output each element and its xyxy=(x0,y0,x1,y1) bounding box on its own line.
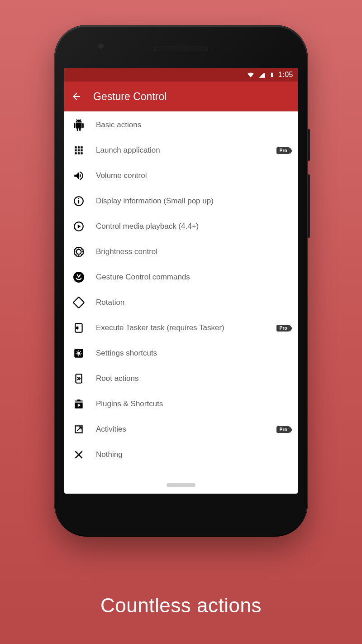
back-button[interactable] xyxy=(71,91,82,102)
action-label: Settings shortcuts xyxy=(96,348,290,358)
close-icon xyxy=(72,448,85,461)
action-label: Activities xyxy=(96,424,266,434)
action-label: Basic actions xyxy=(96,120,290,130)
action-settings-shortcuts[interactable]: Settings shortcuts xyxy=(64,341,298,366)
action-label: Execute Tasker task (requires Tasker) xyxy=(96,323,266,332)
apps-grid-icon xyxy=(72,144,85,157)
action-label: Plugins & Shortcuts xyxy=(96,399,290,409)
action-label: Volume control xyxy=(96,171,290,180)
action-label: Root actions xyxy=(96,374,290,383)
action-launch-app[interactable]: Launch application Pro xyxy=(64,138,298,163)
android-icon xyxy=(72,119,85,131)
rotation-icon xyxy=(72,296,85,309)
settings-app-icon xyxy=(72,347,85,360)
action-tasker[interactable]: Execute Tasker task (requires Tasker) Pr… xyxy=(64,315,298,341)
action-gesture-commands[interactable]: Gesture Control commands xyxy=(64,264,298,290)
pro-badge: Pro xyxy=(276,426,290,433)
action-label: Display information (Small pop up) xyxy=(96,196,290,206)
play-circle-icon xyxy=(72,220,85,233)
action-activities[interactable]: Activities Pro xyxy=(64,417,298,442)
pro-badge: Pro xyxy=(276,147,290,154)
shop-play-icon xyxy=(72,398,85,410)
action-basic[interactable]: Basic actions xyxy=(64,112,298,138)
pro-badge: Pro xyxy=(276,325,290,332)
action-label: Control media playback (4.4+) xyxy=(96,221,290,231)
phone-earpiece xyxy=(154,47,208,51)
phone-volume-button xyxy=(308,174,310,238)
phone-frame: 1:05 Gesture Control Basic actions Launc… xyxy=(54,25,308,537)
phone-camera xyxy=(98,43,104,49)
action-volume[interactable]: Volume control xyxy=(64,163,298,188)
action-nothing[interactable]: Nothing xyxy=(64,442,298,467)
action-label: Brightness control xyxy=(96,247,290,256)
action-media-playback[interactable]: Control media playback (4.4+) xyxy=(64,214,298,239)
status-bar: 1:05 xyxy=(64,68,298,82)
action-display-info[interactable]: Display information (Small pop up) xyxy=(64,188,298,214)
wifi-icon xyxy=(247,71,255,79)
action-plugins-shortcuts[interactable]: Plugins & Shortcuts xyxy=(64,391,298,417)
root-icon xyxy=(72,372,85,385)
arrow-back-icon xyxy=(71,91,82,102)
app-bar: Gesture Control xyxy=(64,82,298,111)
action-brightness[interactable]: Brightness control xyxy=(64,239,298,264)
screen: 1:05 Gesture Control Basic actions Launc… xyxy=(64,68,298,494)
status-time: 1:05 xyxy=(278,71,293,79)
action-list: Basic actions Launch application Pro Vol… xyxy=(64,111,298,467)
sheet-drag-handle[interactable] xyxy=(167,483,195,487)
action-rotation[interactable]: Rotation xyxy=(64,290,298,315)
volume-icon xyxy=(72,169,85,182)
action-label: Nothing xyxy=(96,450,290,459)
info-icon xyxy=(72,195,85,207)
battery-icon xyxy=(269,71,275,79)
action-label: Rotation xyxy=(96,298,290,307)
brightness-icon xyxy=(72,245,85,258)
cell-signal-icon xyxy=(258,71,266,78)
app-bar-title: Gesture Control xyxy=(93,91,167,103)
gesture-icon xyxy=(72,271,85,284)
marketing-caption: Countless actions xyxy=(0,594,362,617)
tasker-icon xyxy=(72,322,85,334)
action-label: Launch application xyxy=(96,145,266,155)
open-in-new-icon xyxy=(72,423,85,436)
phone-power-button xyxy=(308,129,310,161)
action-root[interactable]: Root actions xyxy=(64,366,298,391)
action-label: Gesture Control commands xyxy=(96,272,290,282)
